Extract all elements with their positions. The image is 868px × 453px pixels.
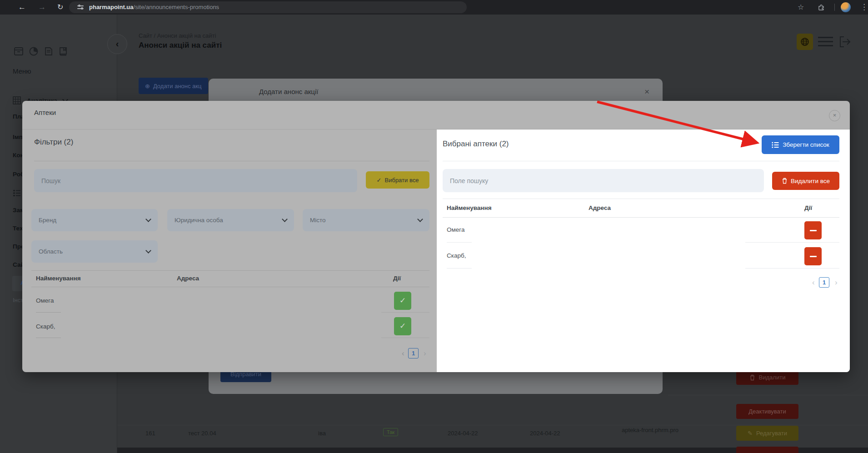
status-badge: Так [383,428,398,436]
bookmark-star-icon[interactable]: ☆ [798,0,804,15]
list-icon[interactable] [13,189,21,197]
browser-reload-icon[interactable]: ↻ [57,0,63,15]
document-icon[interactable] [44,46,54,56]
column-header: Адреса [589,204,611,211]
hamburger-menu-icon[interactable] [818,37,833,46]
profile-avatar[interactable] [841,2,851,12]
column-header: Дії [393,275,401,282]
row-divider [381,338,429,338]
deactivate-button[interactable]: Деактивувати [736,404,798,419]
sidebar-item-footer[interactable]: Інст [13,297,23,304]
row-author: іва [318,430,326,437]
row-site: apteka-front.phrm.pro [622,427,678,433]
pagination-prev-icon[interactable]: ‹ [812,278,815,288]
pharmacy-search-input[interactable] [34,169,357,192]
row-name: тест 20.04 [188,430,216,437]
trash-icon [782,178,788,184]
list-check-icon [772,142,779,148]
row-date-end: 2024-04-22 [530,430,560,437]
close-icon[interactable]: × [644,87,649,97]
table-row-divider [117,425,868,425]
url-host: pharmapoint.ua [89,4,134,10]
city-dropdown[interactable]: Місто [303,209,429,231]
pagination-next-icon[interactable]: › [424,348,426,358]
language-button[interactable] [797,34,813,50]
pencil-icon: ✎ [748,430,753,437]
url-text[interactable]: pharmapoint.ua/site/announcements-promot… [89,0,219,15]
column-header: Адреса [177,275,199,282]
table-row-name: Скарб, [36,323,55,330]
collapse-sidebar-button[interactable]: ‹ [107,34,127,54]
remove-pharmacy-button[interactable] [804,247,822,265]
browser-back-icon[interactable]: ← [18,0,26,15]
legal-entity-dropdown[interactable]: Юридична особа [167,209,294,231]
book-icon[interactable] [58,46,68,56]
column-header: Найменування [36,275,81,282]
table-row-name: Омега [36,297,54,304]
check-icon: ✓ [377,177,382,184]
row-divider [447,242,472,243]
sidebar-item[interactable]: Імп [13,134,23,140]
add-announcement-button[interactable]: ⊕ Додати анонс акц [139,78,208,94]
divider [34,161,429,161]
selected-pharmacies-panel: Вибрані аптеки (2) Зберегти список Видал… [437,129,850,372]
selected-check-button[interactable]: ✓ [394,317,411,335]
divider [443,161,839,161]
browser-menu-icon[interactable]: ⋮ [860,0,868,15]
screen: ← → ↻ pharmapoint.ua/site/announcements-… [0,0,868,453]
row-date-start: 2024-04-22 [448,430,478,437]
extensions-icon[interactable] [818,4,825,11]
pagination-page-1[interactable]: 1 [408,348,419,358]
edit-button[interactable]: ✎ Редагувати [736,426,798,441]
pie-chart-icon[interactable] [29,46,39,56]
trash-icon [749,374,755,381]
archive-icon[interactable] [14,46,24,56]
grid-icon [13,96,21,105]
close-icon[interactable]: × [829,110,840,121]
save-list-button[interactable]: Зберегти список [762,135,839,154]
toolbar-divider [834,4,835,11]
region-dropdown[interactable]: Область [31,240,158,263]
table-row-name: Скарб, [447,252,466,259]
table-row-divider [668,395,868,395]
modal-title: Аптеки [34,109,56,116]
browser-forward-icon[interactable]: → [38,0,46,15]
page-title: Анонси акцій на сайті [139,41,222,50]
filters-title: Фільтри (2) [34,138,73,147]
chevron-down-icon [145,248,151,254]
chevron-down-icon [282,216,288,222]
table-border [443,217,839,218]
brand-dropdown[interactable]: Бренд [31,209,158,231]
row-id: 161 [145,430,155,437]
row-divider [381,312,429,313]
plus-circle-icon: ⊕ [145,83,150,90]
delete-all-button[interactable]: Видалити все [772,172,839,190]
row-divider [36,312,61,313]
row-divider [447,268,472,269]
site-info-icon[interactable] [77,4,84,12]
menu-heading: Меню [13,67,31,75]
selected-title: Вибрані аптеки (2) [443,139,509,149]
modal-title: Додати анонс акції [259,88,318,95]
table-border [31,270,429,271]
pagination-prev-icon[interactable]: ‹ [402,348,404,358]
delete-row-button-partial[interactable] [736,447,798,453]
pagination-next-icon[interactable]: › [835,278,838,288]
chevron-down-icon [145,216,151,222]
sidebar-item[interactable]: Тех [13,225,23,232]
table-border [443,199,839,199]
selected-search-input[interactable] [443,169,764,192]
logout-icon[interactable] [838,35,851,49]
globe-icon [800,37,809,46]
row-divider [745,268,839,269]
breadcrumb: Сайт / Анонси акцій на сайті [139,32,216,39]
remove-pharmacy-button[interactable] [804,221,822,239]
select-all-button[interactable]: ✓ Вибрати все [366,171,429,189]
pagination-page-1[interactable]: 1 [819,277,829,288]
selected-check-button[interactable]: ✓ [394,292,411,310]
table-row-name: Омега [447,226,464,233]
table-border [31,287,429,287]
row-divider [745,242,839,243]
browser-toolbar: ← → ↻ pharmapoint.ua/site/announcements-… [0,0,868,15]
column-header: Дії [804,204,812,211]
